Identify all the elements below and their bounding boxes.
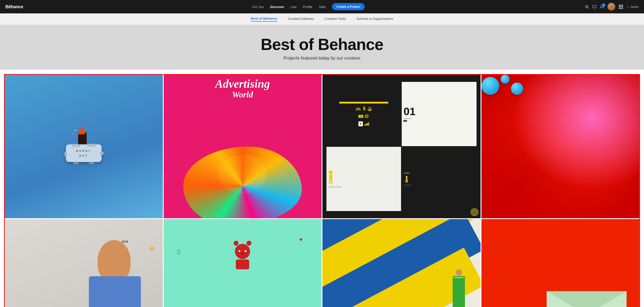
gallery-item-advertising[interactable]: Advertising World	[164, 75, 322, 218]
svg-rect-10	[367, 123, 368, 126]
nav-for-you[interactable]: For You	[252, 5, 264, 9]
blue-circle-large	[482, 77, 499, 95]
hero-title: Best of Behance	[4, 36, 640, 53]
avatar-image	[608, 3, 615, 10]
svg-point-2	[356, 109, 358, 110]
gallery-item-vip[interactable]: VIP	[5, 219, 163, 307]
svg-point-14	[474, 211, 476, 214]
gallery-item-toaster[interactable]: BURNTOUT	[5, 75, 163, 218]
adobe-label: Adobe	[630, 5, 639, 8]
adv-title: Advertising	[215, 78, 270, 90]
sistemas-label: Sistemas+ Etapas	[329, 186, 342, 188]
svg-rect-5	[369, 109, 370, 111]
svg-point-7	[366, 116, 367, 117]
search-button[interactable]	[585, 5, 589, 9]
gallery-item-envelope[interactable]	[482, 219, 640, 307]
messages-button[interactable]	[592, 5, 596, 9]
svg-rect-9	[366, 124, 367, 126]
apps-grid-icon[interactable]	[619, 5, 623, 9]
gallery-container: BURNTOUT	[4, 74, 640, 307]
nav-live[interactable]: Live	[290, 5, 297, 9]
subnav-curated-galleries[interactable]: Curated Galleries	[288, 17, 314, 21]
navbar: Bēhance For You Discover Live Profile Jo…	[0, 0, 644, 13]
hero-subtitle: Projects featured today by our curators	[4, 55, 640, 61]
svg-point-13	[472, 210, 477, 215]
adv-world: World	[215, 90, 270, 99]
svg-point-6	[365, 115, 368, 118]
main-nav: For You Discover Live Profile Jobs Creat…	[32, 3, 585, 10]
blue-circle-small-top	[501, 75, 510, 84]
adobe-logo[interactable]: A Adobe	[626, 5, 639, 8]
nav-discover[interactable]: Discover	[270, 5, 284, 9]
nav-profile[interactable]: Profile	[303, 5, 312, 9]
etapas-label: Etapas	[404, 172, 410, 174]
heart-icon: ♥	[300, 237, 302, 243]
svg-rect-18	[407, 181, 408, 183]
gallery-item-stripes[interactable]	[322, 219, 480, 307]
design-small-text: Fabricación■ ■	[404, 118, 412, 122]
etapas-sub: Sistemasf	[404, 184, 411, 186]
design-num: 01	[404, 106, 415, 117]
nav-jobs[interactable]: Jobs	[319, 5, 326, 9]
gallery-item-bear[interactable]: ♥ S	[164, 219, 322, 307]
site-logo[interactable]: Bēhance	[5, 4, 23, 9]
gallery-grid: BURNTOUT	[5, 75, 639, 307]
blue-circle-medium	[511, 82, 523, 95]
gallery-item-design-system[interactable]: +50 P	[322, 75, 480, 218]
gallery-item-circles[interactable]	[482, 75, 640, 218]
svg-rect-8	[364, 124, 365, 126]
svg-line-1	[588, 7, 588, 8]
svg-rect-16	[406, 178, 408, 181]
svg-point-15	[406, 176, 408, 178]
create-project-button[interactable]: Create a Project	[332, 3, 365, 10]
notifications-button[interactable]: 8	[600, 5, 604, 9]
subnav-creative-tools[interactable]: Creative Tools	[325, 17, 346, 21]
sub-navigation: Best of Behance Curated Galleries Creati…	[0, 13, 644, 25]
svg-point-0	[586, 5, 588, 8]
svg-point-4	[364, 106, 365, 108]
svg-rect-17	[406, 181, 406, 183]
hero-section: Best of Behance Projects featured today …	[0, 25, 644, 70]
svg-point-3	[359, 109, 360, 110]
svg-rect-11	[368, 122, 369, 126]
user-avatar[interactable]	[608, 3, 615, 10]
subnav-schools-organizations[interactable]: Schools & Organizations	[356, 17, 393, 21]
subnav-best-of-behance[interactable]: Best of Behance	[251, 16, 277, 22]
notification-count: 8	[602, 3, 605, 7]
navbar-actions: 8 A Adobe	[585, 3, 639, 10]
toaster-text: BURNTOUT	[70, 149, 98, 158]
